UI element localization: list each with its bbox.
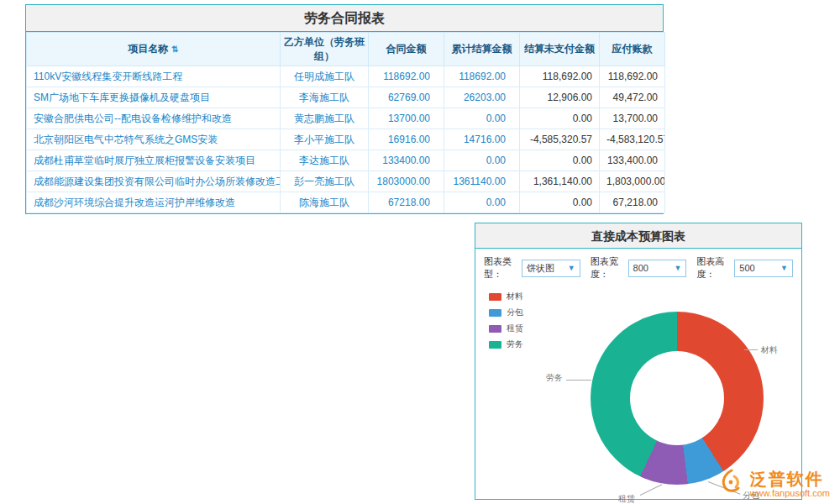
settled-amount-cell: 1361140.00	[444, 171, 520, 192]
team-link[interactable]: 彭一亮施工队	[281, 171, 369, 192]
team-link[interactable]: 李达施工队	[281, 150, 369, 171]
fanpu-logo-icon	[717, 467, 745, 501]
team-link[interactable]: 任明成施工队	[281, 66, 369, 87]
slice-label-lease: 租赁	[618, 493, 635, 504]
settled-amount-cell: 26203.00	[444, 87, 520, 108]
legend-swatch	[489, 341, 501, 349]
payable-amount-cell: 1,803,000.00	[600, 171, 665, 192]
slice-label-material: 材料	[761, 344, 778, 356]
payable-amount-cell: 118,692.00	[600, 66, 665, 87]
unpaid-amount-cell: 1,361,140.00	[520, 171, 600, 192]
table-row: 北京朝阳区电气中芯特气系统之GMS安装 李小平施工队 16916.00 1471…	[27, 129, 665, 150]
legend-item-lease[interactable]: 租赁	[489, 323, 523, 334]
watermark: 泛普软件 www.fanpusoft.com	[717, 467, 830, 501]
project-name-link[interactable]: 110kV安徽线程集变开断线路工程	[27, 66, 281, 87]
chart-legend: 材料 分包 租赁 劳务	[489, 291, 523, 354]
legend-item-material[interactable]: 材料	[489, 291, 523, 302]
label-line-labor	[566, 380, 591, 381]
legend-swatch	[489, 325, 501, 333]
contract-amount-cell: 13700.00	[369, 108, 444, 129]
chart-panel-title: 直接成本预算图表	[475, 223, 801, 249]
unpaid-amount-cell: 12,906.00	[520, 87, 600, 108]
table-row: 安徽合肥供电公司--配电设备检修维护和改造 黄志鹏施工队 13700.00 0.…	[27, 108, 665, 129]
chart-type-control: 图表类型： 饼状图 ▼	[484, 255, 580, 281]
contract-amount-cell: 118692.00	[369, 66, 444, 87]
settled-amount-cell: 14716.00	[444, 129, 520, 150]
report-title: 劳务合同报表	[26, 5, 663, 32]
table-row: 110kV安徽线程集变开断线路工程 任明成施工队 118692.00 11869…	[27, 66, 665, 87]
label-line-lease	[640, 484, 663, 496]
chevron-down-icon: ▼	[568, 264, 575, 272]
contract-amount-cell: 133400.00	[369, 150, 444, 171]
payable-amount-cell: -4,583,120.57	[600, 129, 665, 150]
watermark-brand: 泛普软件	[750, 470, 824, 488]
unpaid-amount-cell: 118,692.00	[520, 66, 600, 87]
unpaid-amount-cell: 0.00	[520, 150, 600, 171]
table-row: 成都杜甫草堂临时展厅独立展柜报警设备安装项目 李达施工队 133400.00 0…	[27, 150, 665, 171]
chart-type-label: 图表类型：	[484, 255, 520, 281]
chart-width-select[interactable]: 800 ▼	[628, 260, 687, 277]
chart-controls: 图表类型： 饼状图 ▼ 图表宽度： 800 ▼ 图表高度： 500 ▼	[475, 249, 801, 286]
team-link[interactable]: 李小平施工队	[281, 129, 369, 150]
chevron-down-icon: ▼	[780, 264, 788, 272]
chevron-down-icon: ▼	[674, 264, 681, 272]
contract-amount-cell: 16916.00	[369, 129, 444, 150]
project-name-link[interactable]: SM广场地下车库更换摄像机及硬盘项目	[27, 87, 281, 108]
table-row: SM广场地下车库更换摄像机及硬盘项目 李海施工队 62769.00 26203.…	[27, 87, 665, 108]
chart-width-label: 图表宽度：	[591, 255, 627, 281]
table-row: 成都沙河环境综合提升改造运河护岸维修改造 陈海施工队 67218.00 0.00…	[27, 192, 665, 213]
contract-amount-cell: 1803000.00	[369, 171, 444, 192]
col-unpaid-amount: 结算未支付金额	[520, 33, 600, 66]
cost-budget-chart-panel: 直接成本预算图表 图表类型： 饼状图 ▼ 图表宽度： 800 ▼ 图表高度： 5…	[475, 223, 802, 500]
unpaid-amount-cell: 0.00	[520, 192, 600, 213]
project-name-link[interactable]: 安徽合肥供电公司--配电设备检修维护和改造	[27, 108, 281, 129]
settled-amount-cell: 0.00	[444, 192, 520, 213]
project-name-link[interactable]: 成都杜甫草堂临时展厅独立展柜报警设备安装项目	[27, 150, 281, 171]
legend-swatch	[489, 293, 501, 301]
team-link[interactable]: 黄志鹏施工队	[281, 108, 369, 129]
chart-width-control: 图表宽度： 800 ▼	[591, 255, 687, 281]
chart-height-select[interactable]: 500 ▼	[734, 260, 793, 277]
contract-amount-cell: 67218.00	[369, 192, 444, 213]
project-name-link[interactable]: 成都能源建设集团投资有限公司临时办公场所装修改造工程EPC	[27, 171, 281, 192]
col-settled-amount: 累计结算金额	[444, 33, 520, 66]
labor-contract-report: 劳务合同报表 项目名称⇅ 乙方单位（劳务班组） 合同金额 累计结算金额 结算未支…	[25, 4, 664, 214]
chart-height-control: 图表高度： 500 ▼	[696, 255, 793, 281]
project-name-link[interactable]: 北京朝阳区电气中芯特气系统之GMS安装	[27, 129, 281, 150]
legend-item-labor[interactable]: 劳务	[489, 339, 523, 350]
project-name-link[interactable]: 成都沙河环境综合提升改造运河护岸维修改造	[27, 192, 281, 213]
settled-amount-cell: 0.00	[444, 108, 520, 129]
payable-amount-cell: 13,700.00	[600, 108, 665, 129]
donut-chart[interactable]	[591, 312, 764, 485]
table-row: 成都能源建设集团投资有限公司临时办公场所装修改造工程EPC 彭一亮施工队 180…	[27, 171, 665, 192]
col-contract-amount: 合同金额	[369, 33, 444, 66]
col-project-name[interactable]: 项目名称⇅	[27, 33, 281, 66]
label-line-material	[744, 349, 758, 350]
settled-amount-cell: 118692.00	[444, 66, 520, 87]
payable-amount-cell: 49,472.00	[600, 87, 665, 108]
unpaid-amount-cell: -4,585,320.57	[520, 129, 600, 150]
chart-height-label: 图表高度：	[696, 255, 732, 281]
report-table: 项目名称⇅ 乙方单位（劳务班组） 合同金额 累计结算金额 结算未支付金额 应付账…	[26, 32, 665, 213]
chart-type-select[interactable]: 饼状图 ▼	[522, 260, 580, 277]
col-payable-amount: 应付账款	[600, 33, 665, 66]
payable-amount-cell: 133,400.00	[600, 150, 665, 171]
sort-icon[interactable]: ⇅	[171, 45, 178, 54]
legend-item-subcontract[interactable]: 分包	[489, 307, 523, 318]
col-contractor-team: 乙方单位（劳务班组）	[281, 33, 369, 66]
contract-amount-cell: 62769.00	[369, 87, 444, 108]
team-link[interactable]: 李海施工队	[281, 87, 369, 108]
payable-amount-cell: 67,218.00	[600, 192, 665, 213]
settled-amount-cell: 0.00	[444, 150, 520, 171]
slice-label-labor: 劳务	[546, 372, 563, 384]
unpaid-amount-cell: 0.00	[520, 108, 600, 129]
watermark-url: www.fanpusoft.com	[750, 488, 830, 499]
header-row: 项目名称⇅ 乙方单位（劳务班组） 合同金额 累计结算金额 结算未支付金额 应付账…	[27, 33, 665, 66]
team-link[interactable]: 陈海施工队	[281, 192, 369, 213]
legend-swatch	[489, 309, 501, 317]
